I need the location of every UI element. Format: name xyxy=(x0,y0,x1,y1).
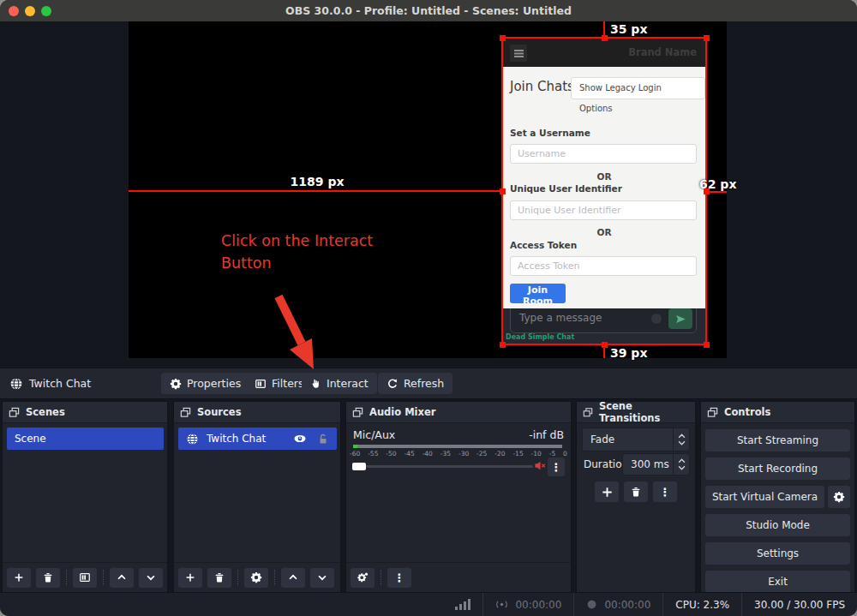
divider xyxy=(66,570,67,585)
show-legacy-login-button[interactable]: Show Legacy Login Options xyxy=(571,77,705,99)
plus-icon xyxy=(13,571,25,583)
source-name: Twitch Chat xyxy=(207,433,266,445)
sources-list[interactable]: Twitch Chat xyxy=(174,423,340,562)
start-streaming-button[interactable]: Start Streaming xyxy=(705,429,850,452)
duration-spinner[interactable] xyxy=(673,454,689,475)
sources-dock-header[interactable]: Sources xyxy=(174,402,340,423)
chevron-up-icon xyxy=(116,571,128,583)
scene-filters-button[interactable] xyxy=(73,568,97,588)
refresh-label: Refresh xyxy=(404,377,444,390)
chevron-down-icon xyxy=(145,571,157,583)
resize-handle[interactable] xyxy=(704,35,710,41)
width-measure-label: 1189 px xyxy=(283,175,351,188)
access-token-input[interactable] xyxy=(510,256,697,276)
move-scene-up-button[interactable] xyxy=(110,568,134,588)
duration-spinbox[interactable]: 300 ms xyxy=(622,453,690,475)
resize-handle[interactable] xyxy=(602,35,608,41)
browser-source-icon xyxy=(186,433,199,446)
scene-list-item[interactable]: Scene xyxy=(7,428,164,450)
transition-menu-button[interactable]: ⋮ xyxy=(653,481,677,502)
zoom-window-button[interactable] xyxy=(41,6,51,16)
uid-input[interactable] xyxy=(510,200,697,220)
controls-dock-header[interactable]: Controls xyxy=(701,402,854,423)
bottom-measure-label: 39 px xyxy=(610,346,647,360)
resize-handle[interactable] xyxy=(500,342,506,348)
remove-scene-button[interactable] xyxy=(36,568,60,588)
resize-handle[interactable] xyxy=(500,35,506,41)
refresh-icon xyxy=(387,378,399,390)
top-measure-label: 35 px xyxy=(610,22,647,36)
username-input[interactable] xyxy=(510,144,697,164)
hamburger-menu-button[interactable] xyxy=(510,45,527,62)
start-virtual-camera-button[interactable]: Start Virtual Camera xyxy=(705,486,824,508)
settings-button[interactable]: Settings xyxy=(705,542,850,565)
gear-icon xyxy=(170,378,182,390)
audio-mixer-dock: Audio Mixer Mic/Aux -inf dB -60 -55 -50 … xyxy=(345,401,572,593)
resize-handle[interactable] xyxy=(500,188,506,194)
move-source-down-button[interactable] xyxy=(310,568,334,588)
add-transition-button[interactable] xyxy=(595,481,619,502)
filters-icon xyxy=(255,378,267,390)
meter-tick: -10 xyxy=(531,450,542,458)
send-button[interactable] xyxy=(668,308,692,329)
add-source-button[interactable] xyxy=(178,568,202,588)
virtual-camera-config-button[interactable] xyxy=(828,486,850,508)
trash-icon xyxy=(213,571,225,583)
move-scene-down-button[interactable] xyxy=(139,568,163,588)
audio-mixer-dock-header[interactable]: Audio Mixer xyxy=(346,402,571,423)
meter-tick: -30 xyxy=(458,450,469,458)
dead-simple-chat-link[interactable]: Dead Simple Chat xyxy=(506,333,574,341)
volume-slider[interactable] xyxy=(353,465,533,468)
dock-icon xyxy=(707,407,718,418)
transition-select-spinner[interactable] xyxy=(673,428,689,451)
interact-button[interactable]: Interact xyxy=(302,373,377,394)
source-list-item[interactable]: Twitch Chat xyxy=(178,428,337,450)
obs-window: OBS 30.0.0 - Profile: Untitled - Scenes:… xyxy=(0,0,857,616)
unlock-icon[interactable] xyxy=(317,433,329,446)
broadcast-icon xyxy=(495,598,508,611)
exit-button[interactable]: Exit xyxy=(705,571,850,593)
mixer-channel-menu-button[interactable]: ⋮ xyxy=(548,458,565,476)
browser-source-selection[interactable]: Brand Name Join Chats Show Legacy Login … xyxy=(501,37,707,345)
properties-button[interactable]: Properties xyxy=(161,373,249,394)
paper-plane-icon xyxy=(675,314,686,325)
record-time: 00:00:00 xyxy=(604,599,650,611)
right-measure-line xyxy=(709,191,727,193)
transition-select[interactable]: Fade xyxy=(582,428,690,452)
transitions-dock-title: Scene Transitions xyxy=(599,400,689,424)
plus-icon xyxy=(184,571,196,583)
or-separator: OR xyxy=(503,227,705,237)
resize-handle[interactable] xyxy=(602,342,608,348)
emoji-icon[interactable] xyxy=(651,314,662,324)
scenes-list[interactable]: Scene xyxy=(3,423,167,562)
stream-time: 00:00:00 xyxy=(515,599,561,611)
remove-source-button[interactable] xyxy=(207,568,231,588)
kebab-icon: ⋮ xyxy=(660,487,671,498)
add-scene-button[interactable] xyxy=(7,568,31,588)
divider xyxy=(274,570,275,585)
mixer-menu-button[interactable]: ⋮ xyxy=(387,568,411,588)
sources-dock: Sources Twitch Chat xyxy=(173,401,341,593)
message-input[interactable]: Type a message xyxy=(510,304,697,333)
meter-tick: -55 xyxy=(368,450,378,458)
move-source-up-button[interactable] xyxy=(281,568,305,588)
minimize-window-button[interactable] xyxy=(25,6,35,16)
transitions-dock-header[interactable]: Scene Transitions xyxy=(577,402,695,423)
advanced-audio-button[interactable] xyxy=(351,568,375,588)
resize-handle[interactable] xyxy=(704,188,710,194)
remove-transition-button[interactable] xyxy=(624,481,648,502)
volume-slider-handle[interactable] xyxy=(352,463,366,470)
scenes-dock-header[interactable]: Scenes xyxy=(3,402,167,423)
join-room-button[interactable]: Join Room xyxy=(510,284,566,303)
studio-mode-button[interactable]: Studio Mode xyxy=(705,514,850,536)
resize-handle[interactable] xyxy=(704,342,710,348)
eye-visible-icon[interactable] xyxy=(293,432,307,446)
meter-tick: -25 xyxy=(476,450,487,458)
refresh-button[interactable]: Refresh xyxy=(378,373,452,394)
start-recording-button[interactable]: Start Recording xyxy=(705,458,850,480)
volume-meter-fill xyxy=(353,445,357,448)
source-properties-button[interactable] xyxy=(244,568,268,588)
transition-buttons: ⋮ xyxy=(577,481,695,502)
mute-icon[interactable] xyxy=(534,459,547,475)
close-window-button[interactable] xyxy=(9,6,19,16)
